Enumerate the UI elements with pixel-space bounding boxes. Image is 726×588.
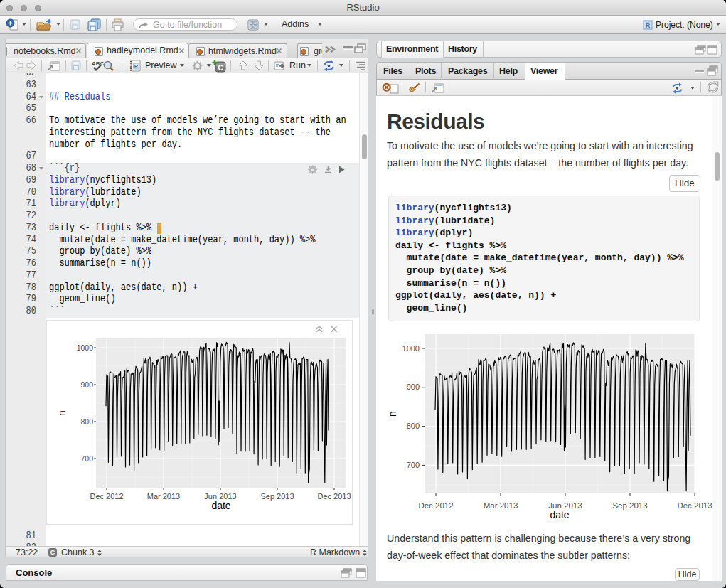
svg-text:900: 900 xyxy=(80,380,93,389)
svg-text:Dec 2013: Dec 2013 xyxy=(677,501,712,510)
svg-text:R: R xyxy=(646,22,651,29)
svg-text:ABC: ABC xyxy=(92,60,105,67)
svg-text:Dec 2013: Dec 2013 xyxy=(317,492,351,501)
svg-text:1000: 1000 xyxy=(77,343,94,352)
svg-text:Sep 2013: Sep 2013 xyxy=(260,492,294,501)
svg-text:700: 700 xyxy=(407,461,420,469)
svg-text:900: 900 xyxy=(407,383,420,391)
svg-text:C: C xyxy=(218,64,223,72)
svg-text:n: n xyxy=(387,411,398,417)
svg-text:date: date xyxy=(550,509,569,520)
svg-text:Dec 2012: Dec 2012 xyxy=(90,492,123,501)
svg-text:date: date xyxy=(211,500,230,511)
svg-text:Mar 2013: Mar 2013 xyxy=(147,492,180,501)
svg-text:1000: 1000 xyxy=(402,344,420,353)
svg-text:800: 800 xyxy=(80,417,93,426)
svg-text:800: 800 xyxy=(407,422,420,430)
svg-text:R: R xyxy=(134,63,139,70)
svg-text:700: 700 xyxy=(80,454,93,463)
svg-text:Dec 2012: Dec 2012 xyxy=(418,501,453,510)
svg-text:n: n xyxy=(56,410,68,416)
svg-text:Sep 2013: Sep 2013 xyxy=(612,501,647,510)
svg-text:Mar 2013: Mar 2013 xyxy=(484,501,518,510)
